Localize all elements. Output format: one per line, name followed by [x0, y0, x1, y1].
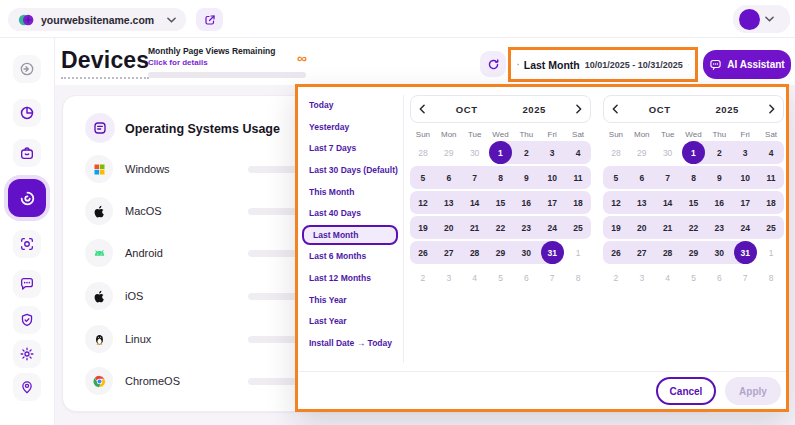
day-cell-29[interactable]: 29	[629, 141, 655, 164]
preset-last-6-months[interactable]: Last 6 Months	[298, 246, 402, 266]
day-cell-13[interactable]: 13	[436, 191, 462, 214]
day-cell-4[interactable]: 4	[462, 266, 488, 289]
day-cell-16[interactable]: 16	[513, 191, 539, 214]
sidebar-item-analytics[interactable]	[13, 99, 41, 127]
day-cell-27[interactable]: 27	[629, 241, 655, 264]
next-month-button[interactable]	[761, 96, 783, 122]
day-cell-13[interactable]: 13	[629, 191, 655, 214]
day-cell-28[interactable]: 28	[655, 241, 681, 264]
day-cell-28[interactable]: 28	[462, 241, 488, 264]
prev-month-button[interactable]	[411, 96, 433, 122]
day-cell-19[interactable]: 19	[603, 216, 629, 239]
day-cell-5[interactable]: 5	[603, 166, 629, 189]
day-cell-3[interactable]: 3	[629, 266, 655, 289]
day-cell-4[interactable]: 4	[655, 266, 681, 289]
day-cell-21[interactable]: 21	[655, 216, 681, 239]
usage-details-link[interactable]: Click for details	[148, 58, 308, 67]
day-cell-20[interactable]: 20	[629, 216, 655, 239]
date-range-selector[interactable]: Last Month 10/01/2025 - 10/31/2025	[508, 47, 698, 82]
day-cell-7[interactable]: 7	[655, 166, 681, 189]
preset-last-12-months[interactable]: Last 12 Months	[298, 268, 402, 288]
day-cell-2[interactable]: 2	[513, 141, 539, 164]
day-cell-6[interactable]: 6	[513, 266, 539, 289]
day-cell-7[interactable]: 7	[539, 266, 565, 289]
day-cell-22[interactable]: 22	[488, 216, 514, 239]
day-cell-3[interactable]: 3	[732, 141, 758, 164]
day-cell-6[interactable]: 6	[706, 266, 732, 289]
day-cell-2[interactable]: 2	[603, 266, 629, 289]
day-cell-30[interactable]: 30	[655, 141, 681, 164]
day-cell-3[interactable]: 3	[436, 266, 462, 289]
sidebar-item-settings[interactable]	[13, 340, 41, 368]
day-cell-28[interactable]: 28	[603, 141, 629, 164]
day-cell-17[interactable]: 17	[732, 191, 758, 214]
ai-assistant-button[interactable]: AI Assistant	[703, 50, 791, 79]
day-cell-11[interactable]: 11	[758, 166, 784, 189]
day-cell-29[interactable]: 29	[436, 141, 462, 164]
preset-last-year[interactable]: Last Year	[298, 311, 402, 331]
day-cell-5[interactable]: 5	[681, 266, 707, 289]
day-cell-7[interactable]: 7	[732, 266, 758, 289]
day-cell-31[interactable]: 31	[539, 241, 565, 264]
day-cell-30[interactable]: 30	[462, 141, 488, 164]
day-cell-20[interactable]: 20	[436, 216, 462, 239]
day-cell-8[interactable]: 8	[758, 266, 784, 289]
day-cell-31[interactable]: 31	[732, 241, 758, 264]
day-cell-18[interactable]: 18	[758, 191, 784, 214]
sidebar-item-feedback[interactable]	[13, 270, 41, 298]
day-cell-30[interactable]: 30	[706, 241, 732, 264]
day-cell-11[interactable]: 11	[565, 166, 591, 189]
day-cell-7[interactable]: 7	[462, 166, 488, 189]
open-site-button[interactable]	[196, 8, 223, 31]
day-cell-24[interactable]: 24	[539, 216, 565, 239]
day-cell-29[interactable]: 29	[681, 241, 707, 264]
day-cell-24[interactable]: 24	[732, 216, 758, 239]
preset-this-month[interactable]: This Month	[298, 182, 402, 202]
sidebar-item-products[interactable]	[13, 139, 41, 167]
day-cell-5[interactable]: 5	[410, 166, 436, 189]
day-cell-29[interactable]: 29	[488, 241, 514, 264]
day-cell-14[interactable]: 14	[462, 191, 488, 214]
day-cell-25[interactable]: 25	[758, 216, 784, 239]
preset-last-40-days[interactable]: Last 40 Days	[298, 203, 402, 223]
day-cell-19[interactable]: 19	[410, 216, 436, 239]
day-cell-4[interactable]: 4	[758, 141, 784, 164]
sidebar-item-collapse[interactable]	[13, 55, 41, 83]
next-month-button[interactable]	[568, 96, 590, 122]
day-cell-12[interactable]: 12	[603, 191, 629, 214]
day-cell-10[interactable]: 10	[539, 166, 565, 189]
preset-last-7-days[interactable]: Last 7 Days	[298, 138, 402, 158]
refresh-button[interactable]	[480, 51, 506, 77]
day-cell-22[interactable]: 22	[681, 216, 707, 239]
day-cell-17[interactable]: 17	[539, 191, 565, 214]
day-cell-26[interactable]: 26	[603, 241, 629, 264]
day-cell-14[interactable]: 14	[655, 191, 681, 214]
day-cell-21[interactable]: 21	[462, 216, 488, 239]
day-cell-1[interactable]: 1	[758, 241, 784, 264]
day-cell-8[interactable]: 8	[681, 166, 707, 189]
day-cell-3[interactable]: 3	[539, 141, 565, 164]
day-cell-28[interactable]: 28	[410, 141, 436, 164]
day-cell-2[interactable]: 2	[706, 141, 732, 164]
preset-last-month[interactable]: Last Month	[302, 225, 398, 245]
day-cell-9[interactable]: 9	[513, 166, 539, 189]
user-menu[interactable]	[733, 5, 790, 33]
day-cell-9[interactable]: 9	[706, 166, 732, 189]
day-cell-15[interactable]: 15	[681, 191, 707, 214]
day-cell-16[interactable]: 16	[706, 191, 732, 214]
day-cell-8[interactable]: 8	[488, 166, 514, 189]
day-cell-6[interactable]: 6	[436, 166, 462, 189]
day-cell-5[interactable]: 5	[488, 266, 514, 289]
preset-this-year[interactable]: This Year	[298, 290, 402, 310]
cancel-button[interactable]: Cancel	[656, 377, 716, 405]
day-cell-25[interactable]: 25	[565, 216, 591, 239]
sidebar-item-scan[interactable]	[13, 230, 41, 258]
day-cell-1[interactable]: 1	[565, 241, 591, 264]
preset-last-30-days-default-[interactable]: Last 30 Days (Default)	[298, 160, 402, 180]
day-cell-10[interactable]: 10	[732, 166, 758, 189]
day-cell-12[interactable]: 12	[410, 191, 436, 214]
apply-button[interactable]: Apply	[725, 377, 781, 405]
prev-month-button[interactable]	[604, 96, 626, 122]
preset-install-date-today[interactable]: Install Date → Today	[298, 333, 402, 353]
day-cell-26[interactable]: 26	[410, 241, 436, 264]
